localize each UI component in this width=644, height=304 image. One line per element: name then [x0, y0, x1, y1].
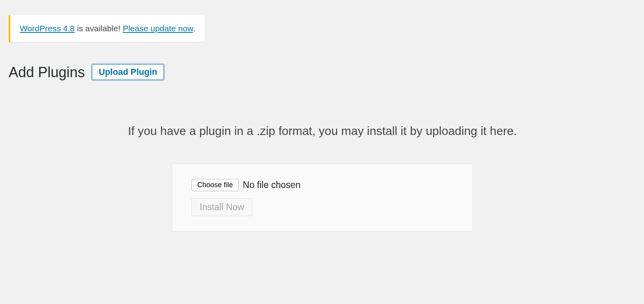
upload-form-box: Choose file No file chosen Install Now — [172, 163, 473, 232]
page-title: Add Plugins — [9, 64, 85, 81]
choose-file-button[interactable]: Choose file — [191, 179, 239, 191]
upload-section: If you have a plugin in a .zip format, y… — [9, 124, 636, 232]
update-notice-middle-text: is available! — [75, 24, 123, 33]
file-status-text: No file chosen — [243, 180, 301, 190]
install-now-button[interactable]: Install Now — [191, 198, 252, 216]
file-input-row: Choose file No file chosen — [191, 179, 453, 191]
please-update-now-link[interactable]: Please update now — [123, 24, 193, 33]
upload-description: If you have a plugin in a .zip format, y… — [9, 124, 636, 138]
heading-row: Add Plugins Upload Plugin — [9, 64, 636, 81]
upload-plugin-button[interactable]: Upload Plugin — [92, 64, 164, 80]
wordpress-version-link[interactable]: WordPress 4.8 — [20, 24, 75, 33]
update-notice: WordPress 4.8 is available! Please updat… — [9, 15, 205, 42]
update-notice-end-text: . — [193, 24, 195, 33]
